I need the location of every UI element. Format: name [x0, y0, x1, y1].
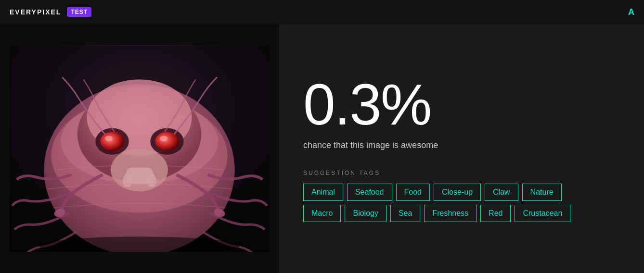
account-icon[interactable]: A — [628, 7, 634, 17]
info-panel: 0.3% chance that this image is awesome S… — [279, 24, 644, 273]
tag-biology[interactable]: Biology — [345, 205, 386, 222]
tag-animal[interactable]: Animal — [303, 184, 343, 201]
svg-point-9 — [155, 132, 179, 151]
percentage-score: 0.3% — [303, 75, 620, 133]
logo-text: EVERYPIXEL — [10, 8, 61, 16]
tag-sea[interactable]: Sea — [390, 205, 420, 222]
svg-point-10 — [105, 136, 113, 141]
tags-row-1: Animal Seafood Food Close-up Claw Nature — [303, 184, 620, 201]
main-content: 0.3% chance that this image is awesome S… — [0, 24, 644, 273]
uploaded-image — [10, 45, 270, 252]
tag-closeup[interactable]: Close-up — [434, 184, 481, 201]
tag-food[interactable]: Food — [396, 184, 430, 201]
svg-point-8 — [100, 132, 124, 151]
tag-macro[interactable]: Macro — [303, 205, 341, 222]
suggestion-label: SUGGESTION TAGS — [303, 170, 620, 176]
tag-red[interactable]: Red — [480, 205, 511, 222]
tags-row-2: Macro Biology Sea Freshness Red Crustace… — [303, 205, 620, 222]
tag-nature[interactable]: Nature — [522, 184, 562, 201]
header-left: EVERYPIXEL TEST — [10, 7, 91, 17]
svg-point-11 — [160, 136, 167, 141]
creature-image — [10, 45, 270, 252]
test-badge: TEST — [67, 7, 91, 17]
tag-claw[interactable]: Claw — [485, 184, 518, 201]
tags-container: Animal Seafood Food Close-up Claw Nature… — [303, 184, 620, 222]
tag-seafood[interactable]: Seafood — [347, 184, 392, 201]
subtitle-text: chance that this image is awesome — [303, 140, 620, 150]
image-panel — [0, 24, 279, 273]
tag-crustacean[interactable]: Crustacean — [515, 205, 570, 222]
header: EVERYPIXEL TEST A — [0, 0, 644, 24]
tag-freshness[interactable]: Freshness — [424, 205, 477, 222]
logo[interactable]: EVERYPIXEL — [10, 8, 61, 16]
